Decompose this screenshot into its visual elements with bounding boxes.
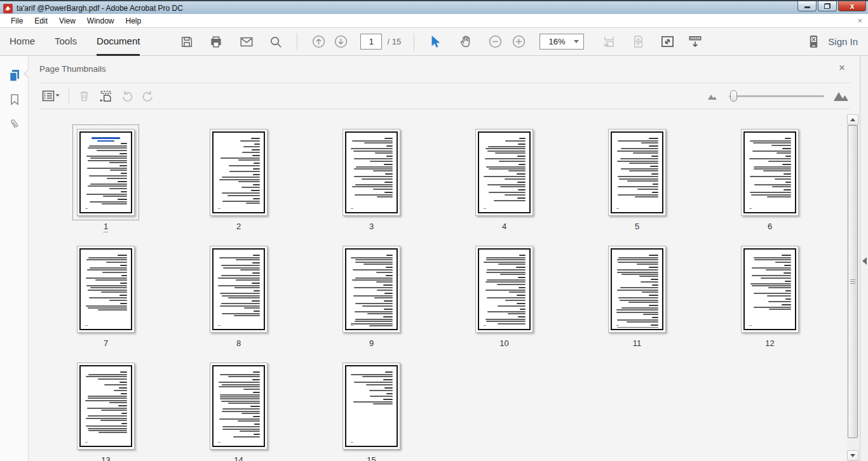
page-thumbnail[interactable]: 11 <box>571 231 703 348</box>
mobile-app-icon[interactable] <box>805 34 822 50</box>
page-number-label: 10 <box>499 338 508 349</box>
page-number-label: 9 <box>369 338 374 349</box>
search-icon[interactable] <box>268 34 284 50</box>
insert-pages-icon[interactable] <box>97 88 114 104</box>
previous-page-icon[interactable] <box>310 34 327 50</box>
scrollbar-thumb[interactable] <box>848 125 858 438</box>
slider-handle[interactable] <box>730 90 737 102</box>
thumbnail-page[interactable] <box>77 246 135 333</box>
save-icon[interactable] <box>179 34 195 50</box>
tab-home[interactable]: Home <box>10 28 35 56</box>
page-thumbnail[interactable]: 2 <box>172 114 305 231</box>
sidebar-item-page-thumbnails[interactable] <box>0 63 29 88</box>
email-icon[interactable] <box>238 34 255 50</box>
page-thumbnail[interactable]: 5 <box>571 114 703 231</box>
page-thumbnail[interactable]: 4 <box>438 114 571 231</box>
page-thumbnail[interactable]: 6 <box>703 114 836 231</box>
acrobat-app-icon <box>3 4 13 13</box>
thumbnail-page[interactable] <box>475 129 533 216</box>
fullscreen-icon[interactable] <box>659 34 675 50</box>
restore-button[interactable] <box>818 1 837 11</box>
toolbar-separator <box>414 33 414 51</box>
page-thumbnail[interactable]: 1 <box>39 114 172 231</box>
large-thumbnails-icon[interactable] <box>833 90 850 102</box>
page-thumbnails-panel: Page Thumbnails × <box>29 56 860 461</box>
small-thumbnails-icon[interactable] <box>707 92 720 101</box>
page-number-label: 15 <box>367 455 376 461</box>
rotate-counterclockwise-icon[interactable] <box>119 88 135 104</box>
zoom-out-icon[interactable] <box>487 34 503 50</box>
rotate-clockwise-icon[interactable] <box>139 88 156 104</box>
delete-pages-icon[interactable] <box>76 88 92 104</box>
scroll-up-button[interactable] <box>847 114 858 125</box>
page-thumbnail[interactable]: 13 <box>39 348 172 461</box>
page-number-label: 13 <box>101 455 110 461</box>
fit-width-icon[interactable] <box>600 34 617 50</box>
page-number-label: 11 <box>633 338 642 349</box>
sign-in-button[interactable]: Sign In <box>828 36 858 47</box>
page-thumbnail[interactable]: 10 <box>438 231 571 348</box>
menu-edit[interactable]: Edit <box>29 14 53 28</box>
page-number-label: 7 <box>104 338 108 349</box>
options-menu-icon[interactable] <box>41 88 62 104</box>
page-thumbnail[interactable]: 14 <box>172 348 305 461</box>
page-thumbnail[interactable]: 7 <box>39 231 172 348</box>
thumbnail-page[interactable] <box>210 129 268 216</box>
tab-document[interactable]: Document <box>97 28 140 56</box>
expand-pane-icon[interactable] <box>862 257 867 265</box>
close-document-icon[interactable]: × <box>857 15 862 27</box>
menu-file[interactable]: File <box>5 14 29 28</box>
page-number-label: 5 <box>635 222 639 232</box>
close-button[interactable]: x <box>838 1 866 11</box>
page-thumbnail[interactable]: 9 <box>305 231 438 348</box>
scroll-down-button[interactable] <box>847 450 858 461</box>
page-thumbnail[interactable]: 12 <box>703 231 836 348</box>
thumbnail-page[interactable] <box>77 363 135 450</box>
menu-view[interactable]: View <box>53 14 81 28</box>
next-page-icon[interactable] <box>332 34 349 50</box>
right-pane-strip <box>860 56 868 461</box>
menu-bar: File Edit View Window Help × <box>0 14 868 28</box>
panel-close-icon[interactable]: × <box>836 62 848 74</box>
hand-tool-icon[interactable] <box>458 34 474 50</box>
minimize-button[interactable] <box>797 1 817 11</box>
panel-header: Page Thumbnails × <box>39 56 850 83</box>
page-number-input[interactable] <box>360 34 382 50</box>
thumbnail-page[interactable] <box>210 363 268 450</box>
reading-mode-icon[interactable] <box>687 34 703 50</box>
page-number-label: 2 <box>236 222 241 232</box>
navigation-sidebar <box>0 56 29 461</box>
vertical-scrollbar[interactable] <box>846 114 859 461</box>
thumbnail-page[interactable] <box>608 246 666 333</box>
thumbnail-size-slider[interactable] <box>729 95 824 97</box>
thumbnail-page[interactable] <box>608 129 666 216</box>
page-thumbnail[interactable]: 3 <box>305 114 438 231</box>
select-tool-icon[interactable] <box>427 34 444 50</box>
thumbnail-page[interactable] <box>342 363 400 450</box>
thumbnail-page[interactable] <box>342 129 400 216</box>
thumbnail-page[interactable] <box>77 129 135 216</box>
print-icon[interactable] <box>208 34 224 50</box>
page-thumbnail[interactable]: 15 <box>305 348 438 461</box>
title-bar: ta'arif @PowerBargh.pdf - Adobe Acrobat … <box>0 0 868 14</box>
thumbnail-page[interactable] <box>210 246 268 333</box>
thumbnail-page[interactable] <box>741 246 799 333</box>
zoom-level-value: 16% <box>540 37 574 46</box>
chevron-down-icon <box>574 40 579 43</box>
thumbnail-page[interactable] <box>475 246 533 333</box>
sidebar-item-attachments[interactable] <box>0 112 29 136</box>
page-thumbnail[interactable]: 8 <box>172 231 305 348</box>
menu-help[interactable]: Help <box>120 14 147 28</box>
menu-window[interactable]: Window <box>81 14 120 28</box>
page-number-label: 14 <box>234 455 243 461</box>
zoom-level-dropdown[interactable]: 16% <box>539 34 584 50</box>
zoom-in-icon[interactable] <box>510 34 527 50</box>
thumbnail-page[interactable] <box>741 129 799 216</box>
thumbnail-area: 123456789101112131415 <box>29 114 846 461</box>
thumbnail-page[interactable] <box>342 246 400 333</box>
sidebar-item-bookmarks[interactable] <box>0 88 29 112</box>
page-number-label: 4 <box>502 222 506 232</box>
tab-tools[interactable]: Tools <box>55 28 77 56</box>
fit-page-icon[interactable] <box>630 34 646 50</box>
page-number-label: 3 <box>369 222 374 232</box>
